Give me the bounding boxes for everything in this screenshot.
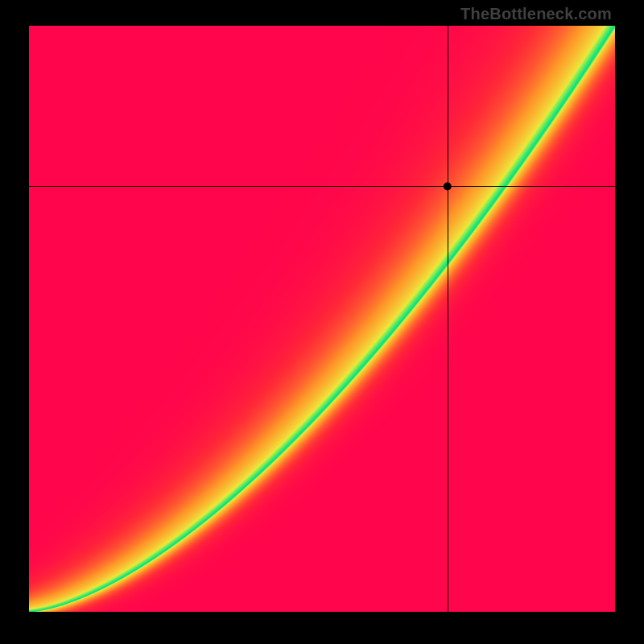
heatmap-canvas [29,26,615,612]
watermark-text: TheBottleneck.com [460,5,612,23]
heatmap-plot [29,26,615,612]
chart-frame: TheBottleneck.com [0,0,644,644]
